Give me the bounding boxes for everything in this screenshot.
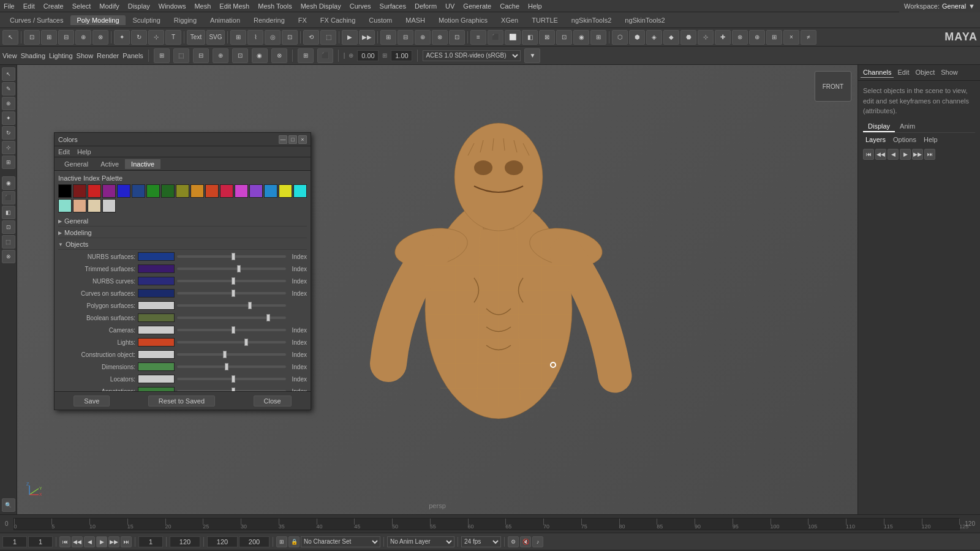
menu-file[interactable]: File bbox=[4, 2, 15, 10]
tools-misc13[interactable]: ⊞ bbox=[590, 30, 606, 45]
viewport-menu-show[interactable]: Show bbox=[77, 52, 94, 59]
tool-select[interactable]: ↖ bbox=[2, 67, 15, 81]
bc-play-end[interactable]: ⏭ bbox=[121, 536, 132, 547]
play-prev[interactable]: ◀ bbox=[888, 149, 899, 160]
toolbar2-cam1[interactable]: ⊞ bbox=[298, 48, 314, 63]
playback-start-frame[interactable] bbox=[2, 536, 27, 547]
palette-swatch[interactable] bbox=[176, 184, 189, 198]
slider-thumb-6[interactable] bbox=[232, 326, 235, 334]
tab-poly-modeling[interactable]: Poly Modeling bbox=[70, 15, 125, 25]
slider-thumb-4[interactable] bbox=[248, 302, 252, 309]
tool-transform[interactable]: ⊞ bbox=[2, 156, 15, 169]
menu-curves[interactable]: Curves bbox=[350, 2, 371, 10]
display-sub-help[interactable]: Help bbox=[921, 135, 940, 144]
tools-misc23[interactable]: ⊞ bbox=[766, 30, 782, 45]
bc-play-next[interactable]: ▶▶ bbox=[108, 536, 119, 547]
color-swatch-8[interactable] bbox=[138, 350, 175, 359]
tools-misc1[interactable]: ⊞ bbox=[380, 30, 396, 45]
dialog-tab-active[interactable]: Active bbox=[94, 159, 125, 169]
close-button[interactable]: Close bbox=[254, 395, 292, 407]
bc-play-fwd[interactable]: ▶ bbox=[96, 536, 107, 547]
color-swatch-1[interactable] bbox=[138, 264, 175, 273]
color-swatch-3[interactable] bbox=[138, 289, 175, 298]
tab-mash[interactable]: MASH bbox=[399, 15, 431, 25]
display-tab-anim[interactable]: Anim bbox=[895, 121, 920, 132]
palette-swatch[interactable] bbox=[249, 184, 263, 198]
tool-box[interactable]: SVG bbox=[206, 30, 225, 45]
menu-modify[interactable]: Modify bbox=[99, 2, 119, 10]
character-set-select[interactable]: No Character Set bbox=[301, 536, 380, 547]
palette-swatch[interactable] bbox=[220, 184, 233, 198]
menu-edit[interactable]: Edit bbox=[23, 2, 35, 10]
palette-swatch[interactable] bbox=[88, 184, 101, 198]
bc-play-prev[interactable]: ◀ bbox=[84, 536, 95, 547]
bc-play-start[interactable]: ⏮ bbox=[59, 536, 70, 547]
toolbar2-cam2[interactable]: ⬛ bbox=[317, 48, 333, 63]
menu-select[interactable]: Select bbox=[72, 2, 91, 10]
tools-misc14[interactable]: ⬡ bbox=[612, 30, 628, 45]
bc-play-prevkey[interactable]: ◀◀ bbox=[72, 536, 83, 547]
tools-misc7[interactable]: ⬛ bbox=[488, 30, 503, 45]
palette-swatch[interactable] bbox=[161, 184, 175, 198]
char-set-lock[interactable]: 🔒 bbox=[288, 536, 300, 547]
tab-turtle[interactable]: TURTLE bbox=[526, 15, 564, 25]
colorspace-dropdown[interactable]: ▼ bbox=[524, 48, 540, 63]
slider-thumb-5[interactable] bbox=[266, 314, 270, 321]
tool-scale[interactable]: ⊹ bbox=[2, 141, 15, 154]
dialog-tab-inactive[interactable]: Inactive bbox=[125, 159, 160, 169]
color-swatch-9[interactable] bbox=[138, 362, 175, 371]
tools-misc16[interactable]: ◈ bbox=[646, 30, 662, 45]
palette-swatch[interactable] bbox=[102, 184, 116, 198]
color-swatch-5[interactable] bbox=[138, 313, 175, 322]
menu-create[interactable]: Create bbox=[43, 2, 64, 10]
menu-generate[interactable]: Generate bbox=[463, 2, 491, 10]
slider-thumb-1[interactable] bbox=[237, 265, 241, 272]
display-sub-options[interactable]: Options bbox=[891, 135, 919, 144]
frame-field[interactable] bbox=[138, 536, 163, 547]
dialog-menu-edit[interactable]: Edit bbox=[58, 148, 70, 156]
dialog-menu-help[interactable]: Help bbox=[77, 148, 91, 156]
palette-swatch[interactable] bbox=[190, 184, 204, 198]
tools-misc24[interactable]: × bbox=[783, 30, 799, 45]
dialog-minimize[interactable]: — bbox=[279, 135, 287, 144]
tool-construct[interactable]: ⬚ bbox=[320, 30, 336, 45]
color-swatch-6[interactable] bbox=[138, 326, 175, 334]
viewport[interactable]: persp FRONT Y X Z bbox=[17, 65, 858, 514]
menu-surfaces[interactable]: Surfaces bbox=[380, 2, 406, 10]
fps-select[interactable]: 24 fps 30 fps 60 fps bbox=[461, 536, 501, 547]
palette-swatch[interactable] bbox=[73, 199, 86, 212]
menu-uv[interactable]: UV bbox=[445, 2, 454, 10]
section-objects[interactable]: ▼ Objects bbox=[58, 239, 307, 250]
color-swatch-4[interactable] bbox=[138, 301, 175, 310]
palette-swatch[interactable] bbox=[293, 184, 307, 198]
palette-swatch[interactable] bbox=[264, 184, 277, 198]
section-modeling[interactable]: ▶ Modeling bbox=[58, 228, 307, 238]
transform-tool[interactable]: T bbox=[165, 30, 181, 45]
menu-cache[interactable]: Cache bbox=[500, 2, 519, 10]
play-next[interactable]: ▶▶ bbox=[912, 149, 923, 160]
palette-swatch[interactable] bbox=[58, 184, 72, 198]
toolbar2-btn7[interactable]: ⊗ bbox=[271, 48, 287, 63]
tools-misc3[interactable]: ⊕ bbox=[415, 30, 431, 45]
toolbar2-btn5[interactable]: ⊡ bbox=[232, 48, 248, 63]
palette-swatch[interactable] bbox=[73, 184, 86, 198]
slider-thumb-9[interactable] bbox=[225, 363, 228, 370]
dialog-maximize[interactable]: □ bbox=[288, 135, 297, 144]
tab-motion-graphics[interactable]: Motion Graphics bbox=[432, 15, 494, 25]
tools-misc20[interactable]: ✚ bbox=[715, 30, 731, 45]
slider-thumb-0[interactable] bbox=[232, 253, 235, 260]
tab-animation[interactable]: Animation bbox=[204, 15, 246, 25]
tool-btn-4[interactable]: ⊕ bbox=[75, 30, 91, 45]
tab-sculpting[interactable]: Sculpting bbox=[127, 15, 167, 25]
tools-misc22[interactable]: ⊕ bbox=[749, 30, 765, 45]
menu-windows[interactable]: Windows bbox=[159, 2, 186, 10]
tab-curves-surfaces[interactable]: Curves / Surfaces bbox=[4, 15, 69, 25]
mute-audio[interactable]: 🔇 bbox=[520, 536, 531, 547]
slider-thumb-3[interactable] bbox=[232, 290, 235, 297]
tool-snap-surface[interactable]: ⊡ bbox=[282, 30, 298, 45]
tool-btn-3[interactable]: ⊟ bbox=[58, 30, 74, 45]
dialog-close[interactable]: × bbox=[298, 135, 307, 144]
right-tab-object[interactable]: Object bbox=[913, 67, 937, 78]
menu-mesh[interactable]: Mesh bbox=[194, 2, 211, 10]
slider-thumb-10[interactable] bbox=[232, 375, 235, 383]
